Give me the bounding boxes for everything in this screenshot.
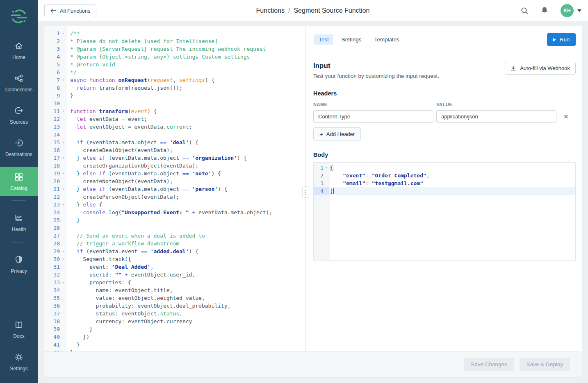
fold-toggle-icon[interactable]: ▾ (60, 76, 66, 84)
fold-toggle-icon[interactable] (60, 100, 66, 107)
code-line[interactable]: 12 let eventData = event; (44, 115, 305, 123)
fold-toggle-icon[interactable] (60, 333, 66, 341)
sidebar-item-destinations[interactable]: Destinations (0, 135, 38, 161)
code-line[interactable]: 7▾ async function onRequest(request, set… (44, 76, 305, 84)
code-line[interactable]: 38 currency: eventObject.currency (44, 317, 305, 325)
sidebar-item-sources[interactable]: Sources (0, 102, 38, 128)
fold-toggle-icon[interactable] (60, 84, 66, 92)
code-line[interactable]: 16 createDealObject(eventData); (44, 146, 305, 154)
fold-toggle-icon[interactable]: ▾ (60, 107, 66, 115)
fold-toggle-icon[interactable] (60, 68, 66, 76)
code-line[interactable]: 4 } (314, 187, 575, 195)
run-button[interactable]: Run (547, 33, 576, 46)
code-line[interactable]: 8 return transform(request.json()); (44, 84, 305, 92)
save-deploy-button[interactable]: Save & Deploy (520, 358, 570, 371)
sidebar-item-catalog[interactable]: Catalog (0, 167, 38, 196)
sidebar-item-docs[interactable]: Docs (0, 317, 38, 342)
avatar[interactable]: KH (561, 4, 574, 17)
code-line[interactable]: 11▾ function transform(event) { (44, 107, 305, 115)
fold-toggle-icon[interactable]: ▾ (60, 138, 66, 146)
code-line[interactable]: 18 createOrganizationObject(eventData); (44, 162, 305, 170)
code-line[interactable]: 29▾ if (eventData.event == 'added.deal')… (44, 247, 305, 255)
code-line[interactable]: 31 event: 'Deal Added', (44, 263, 305, 271)
fold-toggle-icon[interactable] (60, 61, 66, 68)
fold-toggle-icon[interactable] (60, 216, 66, 224)
fold-toggle-icon[interactable] (60, 349, 66, 351)
fold-toggle-icon[interactable]: ▾ (60, 29, 66, 37)
code-line[interactable]: 41 } (44, 341, 305, 349)
code-line[interactable]: 4 * @param {Object.<string, any>} settin… (44, 53, 305, 61)
code-line[interactable]: 25 } (44, 216, 305, 224)
tab-templates[interactable]: Templates (370, 34, 404, 45)
fold-toggle-icon[interactable] (60, 45, 66, 53)
code-line[interactable]: 2 * Please do not delete [used for Intel… (44, 37, 305, 45)
code-line[interactable]: 34 name: eventObject.title, (44, 286, 305, 294)
fold-toggle-icon[interactable]: ▾ (60, 201, 66, 208)
code-line[interactable]: 23▾ } else { (44, 201, 305, 208)
code-line[interactable]: 5 * @return void (44, 61, 305, 68)
fold-toggle-icon[interactable] (60, 131, 66, 138)
code-line[interactable]: 2 "event": "Order Completed", (314, 172, 575, 179)
fold-toggle-icon[interactable] (60, 193, 66, 201)
fold-toggle-icon[interactable] (60, 286, 66, 294)
code-line[interactable]: 6 */ (44, 68, 305, 76)
code-line[interactable]: 20 createNoteObject(eventData); (44, 177, 305, 185)
remove-header-button[interactable]: ✕ (563, 113, 569, 120)
fold-toggle-icon[interactable] (60, 208, 66, 216)
tab-test[interactable]: Test (314, 34, 333, 45)
header-name-input[interactable] (313, 110, 433, 123)
fold-toggle-icon[interactable] (60, 263, 66, 271)
fold-toggle-icon[interactable] (60, 302, 66, 310)
user-menu[interactable]: KH (561, 4, 581, 17)
search-button[interactable] (521, 7, 529, 15)
code-line[interactable]: 30▾ Segment.track({ (44, 255, 305, 263)
fold-toggle-icon[interactable]: ▾ (324, 164, 329, 172)
fold-toggle-icon[interactable] (324, 179, 329, 187)
code-line[interactable]: 26 (44, 224, 305, 232)
fold-toggle-icon[interactable] (324, 172, 329, 179)
code-line[interactable]: 3 * @param {ServerRequest} request The i… (44, 45, 305, 53)
code-line[interactable]: 17▾ } else if (eventData.meta.object == … (44, 154, 305, 162)
code-line[interactable]: 15▾ if (eventData.meta.object == 'deal')… (44, 138, 305, 146)
sidebar-item-connections[interactable]: Connections (0, 70, 38, 96)
fold-toggle-icon[interactable] (60, 317, 66, 325)
autofill-webhook-button[interactable]: Auto-fill via Webhook (505, 62, 576, 75)
fold-toggle-icon[interactable]: ▾ (60, 279, 66, 286)
fold-toggle-icon[interactable]: ▾ (60, 170, 66, 177)
fold-toggle-icon[interactable] (60, 37, 66, 45)
sidebar-item-privacy[interactable]: Privacy (0, 252, 38, 277)
notifications-button[interactable] (541, 7, 548, 15)
fold-toggle-icon[interactable] (60, 240, 66, 247)
fold-toggle-icon[interactable] (60, 123, 66, 131)
code-line[interactable]: 40 }) (44, 333, 305, 341)
sidebar-item-settings[interactable]: Settings (0, 349, 38, 375)
fold-toggle-icon[interactable] (60, 92, 66, 100)
code-line[interactable]: 28 // trigger a workflow downstream (44, 240, 305, 247)
code-line[interactable]: 39 } (44, 325, 305, 333)
code-line[interactable]: 42 } (44, 349, 305, 351)
all-functions-back-button[interactable]: All Functions (44, 4, 96, 17)
fold-toggle-icon[interactable] (60, 341, 66, 349)
request-body-editor[interactable]: 1▾ { 2 "event": "Order Completed", 3 "em… (313, 162, 576, 261)
fold-toggle-icon[interactable] (324, 187, 329, 195)
code-line[interactable]: 3 "email": "test@gmail.com" (314, 179, 575, 187)
segment-logo[interactable] (10, 6, 28, 27)
code-line[interactable]: 27 // Send an event when a deal is added… (44, 232, 305, 240)
code-line[interactable]: 1▾ { (314, 164, 575, 172)
code-line[interactable]: 1▾ /** (44, 29, 305, 37)
fold-toggle-icon[interactable] (60, 271, 66, 279)
save-changes-button[interactable]: Save Changes (464, 358, 514, 371)
source-code-editor[interactable]: 1▾ /** 2 * Please do not delete [used fo… (44, 26, 305, 351)
fold-toggle-icon[interactable]: ▾ (60, 185, 66, 193)
fold-toggle-icon[interactable] (60, 294, 66, 302)
fold-toggle-icon[interactable] (60, 310, 66, 317)
code-line[interactable]: 32 userId: "" + eventObject.user_id, (44, 271, 305, 279)
code-line[interactable]: 37 status: eventObject.status, (44, 310, 305, 317)
fold-toggle-icon[interactable] (60, 232, 66, 240)
code-line[interactable]: 13 let eventObject = eventData.current; (44, 123, 305, 131)
fold-toggle-icon[interactable] (60, 325, 66, 333)
header-value-input[interactable] (436, 110, 556, 123)
code-line[interactable]: 10 (44, 100, 305, 107)
fold-toggle-icon[interactable]: ▾ (60, 247, 66, 255)
fold-toggle-icon[interactable]: ▾ (60, 154, 66, 162)
